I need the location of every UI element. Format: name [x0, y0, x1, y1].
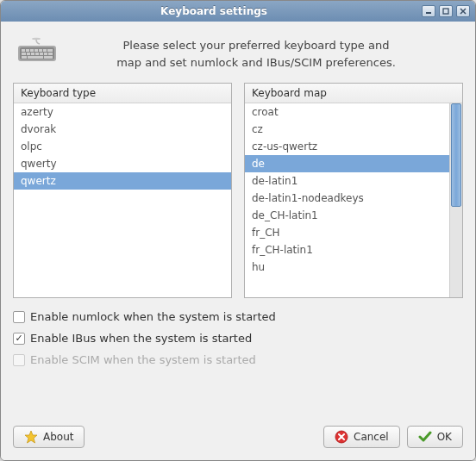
about-label: About [43, 431, 73, 443]
keyboard-type-header[interactable]: Keyboard type [14, 84, 231, 103]
svg-rect-14 [31, 53, 34, 55]
svg-rect-21 [44, 56, 53, 59]
svg-rect-16 [40, 53, 43, 55]
ibus-checkbox[interactable] [13, 333, 25, 345]
list-item[interactable]: de-latin1 [245, 172, 449, 190]
scim-checkbox [13, 354, 25, 366]
ok-icon [418, 430, 432, 444]
keyboard-type-items: azertydvorakolpcqwertyqwertz [14, 103, 231, 297]
star-icon [24, 430, 38, 444]
list-item[interactable]: cz [245, 121, 449, 138]
keyboard-map-body: croatczcz-us-qwertzdede-latin1de-latin1-… [245, 103, 462, 297]
keyboard-map-scrollbar[interactable] [449, 103, 462, 297]
titlebar: Keyboard settings [1, 1, 475, 22]
numlock-checkbox[interactable] [13, 311, 25, 323]
settings-dialog: Keyboard settings [0, 0, 476, 461]
list-item[interactable]: fr_CH [245, 224, 449, 241]
svg-rect-9 [39, 49, 42, 52]
numlock-label: Enable numlock when the system is starte… [30, 310, 276, 323]
dialog-body: Please select your preferred keyboard ty… [1, 22, 475, 460]
header: Please select your preferred keyboard ty… [13, 34, 463, 83]
list-item[interactable]: qwertz [14, 172, 231, 190]
svg-rect-17 [44, 53, 47, 55]
svg-rect-11 [47, 49, 53, 52]
svg-rect-15 [35, 53, 39, 55]
keyboard-map-scroll-thumb[interactable] [451, 103, 461, 207]
button-bar: About Cancel OK [13, 414, 463, 448]
checkboxes: Enable numlock when the system is starte… [13, 310, 463, 366]
svg-rect-8 [34, 49, 38, 52]
keyboard-type-listbox: Keyboard type azertydvorakolpcqwertyqwer… [13, 83, 232, 298]
list-item[interactable]: azerty [14, 103, 231, 121]
list-item[interactable]: cz-us-qwertz [245, 138, 449, 155]
lists-container: Keyboard type azertydvorakolpcqwertyqwer… [13, 83, 463, 298]
keyboard-icon [16, 37, 58, 65]
list-item[interactable]: qwerty [14, 155, 231, 172]
svg-rect-12 [22, 53, 26, 55]
svg-rect-7 [30, 49, 34, 52]
list-item[interactable]: de [245, 155, 449, 172]
svg-rect-1 [443, 9, 448, 14]
cancel-label: Cancel [354, 431, 389, 443]
keyboard-map-listbox: Keyboard map croatczcz-us-qwertzdede-lat… [244, 83, 463, 298]
maximize-button[interactable] [439, 5, 453, 17]
svg-rect-20 [28, 56, 43, 59]
svg-rect-6 [26, 49, 29, 52]
list-item[interactable]: croat [245, 103, 449, 121]
keyboard-type-body: azertydvorakolpcqwertyqwertz [14, 103, 231, 297]
list-item[interactable]: dvorak [14, 121, 231, 138]
ibus-row: Enable IBus when the system is started [13, 332, 463, 345]
svg-rect-13 [27, 53, 30, 55]
numlock-row: Enable numlock when the system is starte… [13, 310, 463, 323]
minimize-button[interactable] [422, 5, 435, 17]
list-item[interactable]: fr_CH-latin1 [245, 241, 449, 259]
cancel-icon [335, 430, 348, 444]
ok-button[interactable]: OK [407, 426, 463, 448]
cancel-button[interactable]: Cancel [323, 426, 400, 448]
list-item[interactable]: de_CH-latin1 [245, 207, 449, 224]
svg-rect-19 [22, 56, 27, 59]
svg-rect-18 [48, 53, 53, 55]
keyboard-map-items: croatczcz-us-qwertzdede-latin1de-latin1-… [245, 103, 449, 297]
list-item[interactable]: olpc [14, 138, 231, 155]
ibus-label: Enable IBus when the system is started [30, 332, 252, 345]
list-item[interactable]: hu [245, 259, 449, 276]
svg-rect-5 [22, 49, 25, 52]
scim-row: Enable SCIM when the system is started [13, 353, 463, 366]
scim-label: Enable SCIM when the system is started [30, 353, 256, 366]
svg-point-2 [32, 38, 41, 40]
svg-rect-0 [426, 12, 431, 14]
svg-rect-10 [43, 49, 47, 52]
close-button[interactable] [456, 5, 470, 17]
ok-label: OK [437, 431, 452, 443]
window-controls [422, 5, 470, 17]
list-item[interactable]: de-latin1-nodeadkeys [245, 190, 449, 207]
keyboard-map-header[interactable]: Keyboard map [245, 84, 462, 103]
window-title: Keyboard settings [6, 5, 422, 17]
about-button[interactable]: About [13, 426, 85, 448]
description: Please select your preferred keyboard ty… [75, 37, 454, 71]
